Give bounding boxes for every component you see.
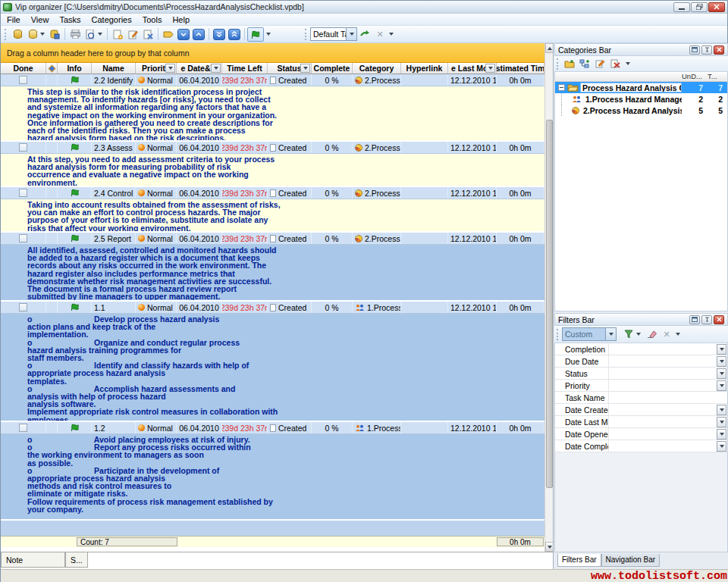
filter-row-status[interactable]: Status xyxy=(555,368,727,380)
header-flag[interactable] xyxy=(46,63,58,74)
priority-cell[interactable]: Normal xyxy=(136,302,177,313)
category-tree-root[interactable]: Process Hazard Analysis Chec 7 7 xyxy=(555,82,727,93)
scroll-thumb[interactable] xyxy=(546,120,553,488)
status-cell[interactable]: Created xyxy=(268,233,312,244)
category-cell[interactable]: 2.Process H xyxy=(353,187,401,199)
filter-row-date-last-modified[interactable]: Date Last Modifie xyxy=(555,416,727,428)
priority-filter-button[interactable] xyxy=(165,64,175,73)
close-button[interactable] xyxy=(708,2,725,12)
filter-dropdown-button[interactable] xyxy=(717,441,726,452)
delete-task-button[interactable] xyxy=(140,27,155,42)
filter-dropdown-button[interactable] xyxy=(717,380,726,391)
done-checkbox[interactable] xyxy=(19,303,27,311)
done-checkbox[interactable] xyxy=(19,234,27,242)
close-panel-button[interactable] xyxy=(714,315,724,324)
task-view-combo[interactable]: Default Task V xyxy=(310,27,357,41)
priority-cell[interactable]: Normal xyxy=(136,233,177,244)
grid-scrollbar[interactable] xyxy=(544,43,553,552)
name-cell[interactable]: 2.4 Control xyxy=(92,187,136,199)
filter-value[interactable] xyxy=(608,416,717,427)
task-note[interactable]: At this step, you need to add assessment… xyxy=(1,154,544,186)
filter-preset-combo[interactable]: Custom xyxy=(562,327,617,341)
estimated-cell[interactable]: 0h 0m xyxy=(497,422,544,433)
header-status[interactable]: Status xyxy=(268,63,312,74)
complete-cell[interactable]: 0 % xyxy=(312,74,353,86)
task-note[interactable]: o Develop process hazard analysis action… xyxy=(1,314,544,421)
estimated-cell[interactable]: 0h 0m xyxy=(497,187,544,199)
filter-dropdown-button[interactable] xyxy=(717,429,726,440)
apply-filter-button[interactable] xyxy=(621,327,636,342)
header-category[interactable]: Category xyxy=(353,63,401,74)
status-filter-button[interactable] xyxy=(300,64,310,73)
save-database-button[interactable] xyxy=(47,27,62,42)
estimated-cell[interactable]: 0h 0m xyxy=(497,74,544,86)
filter-value[interactable] xyxy=(608,428,717,440)
task-row[interactable]: 2.4 Control Normal 06.04.2010 -239d 23h … xyxy=(1,187,544,199)
header-due-date[interactable]: e Date&Ti xyxy=(177,63,222,74)
edit-category-button[interactable] xyxy=(592,57,607,71)
name-cell[interactable]: 2.3 Assess xyxy=(92,142,136,153)
category-label[interactable]: 1.Process Hazard Managemen xyxy=(584,95,682,104)
delete-category-button[interactable] xyxy=(607,57,623,71)
filter-value[interactable] xyxy=(608,404,717,415)
minimize-button[interactable] xyxy=(673,2,690,12)
pin-panel-button[interactable] xyxy=(701,45,712,55)
header-done[interactable]: Done xyxy=(1,63,46,74)
status-cell[interactable]: Created xyxy=(268,187,312,199)
filter-row-date-opened[interactable]: Date Opened xyxy=(555,428,727,440)
complete-cell[interactable]: 0 % xyxy=(312,187,353,199)
apply-view-button[interactable] xyxy=(357,27,372,42)
due-date-cell[interactable]: 06.04.2010 xyxy=(177,142,222,153)
category-cell[interactable]: 2.Process H xyxy=(353,74,401,86)
category-tree-item[interactable]: 1.Process Hazard Managemen 2 2 xyxy=(555,93,727,105)
complete-cell[interactable]: 0 % xyxy=(312,302,353,313)
header-priority[interactable]: Priority xyxy=(136,63,177,74)
due-date-cell[interactable]: 06.04.2010 xyxy=(177,74,222,86)
filter-dropdown-button[interactable] xyxy=(717,344,726,355)
last-modified-cell[interactable]: 12.12.2010 17:1 xyxy=(448,233,497,244)
done-checkbox[interactable] xyxy=(19,143,27,152)
category-label[interactable]: 2.Process Hazard Analysis Ste xyxy=(582,106,682,115)
category-cell[interactable]: 2.Process H xyxy=(353,233,401,244)
status-cell[interactable]: Created xyxy=(268,142,312,153)
filter-row-due-date[interactable]: Due Date xyxy=(555,355,727,368)
preset-dropdown-button[interactable] xyxy=(605,328,616,340)
done-checkbox[interactable] xyxy=(19,189,27,197)
time-left-cell[interactable]: -239d 23h 37m xyxy=(222,422,268,433)
move-top-button[interactable] xyxy=(227,27,242,42)
estimated-cell[interactable]: 0h 0m xyxy=(497,302,544,313)
filters-toolbar-overflow-icon[interactable] xyxy=(676,333,680,336)
category-cell[interactable]: 1.Process H xyxy=(353,302,401,313)
filter-dropdown-button[interactable] xyxy=(717,368,726,379)
priority-cell[interactable]: Normal xyxy=(136,142,177,153)
done-checkbox[interactable] xyxy=(19,424,27,432)
menu-tasks[interactable]: Tasks xyxy=(59,15,80,24)
filter-dropdown-button[interactable] xyxy=(717,356,726,367)
header-time-left[interactable]: Time Left xyxy=(222,63,268,74)
new-subcategory-button[interactable] xyxy=(577,57,592,71)
last-modified-cell[interactable]: 12.12.2010 17:1 xyxy=(448,302,497,313)
tab-navigation-bar[interactable]: Navigation Bar xyxy=(601,554,661,567)
header-complete[interactable]: Complete xyxy=(312,63,353,74)
restore-button[interactable] xyxy=(691,2,708,12)
name-cell[interactable]: 1.1 xyxy=(92,302,136,313)
hyperlink-cell[interactable] xyxy=(401,233,448,244)
filter-row-completion[interactable]: Completion xyxy=(555,343,727,355)
complete-cell[interactable]: 0 % xyxy=(312,422,353,433)
time-left-cell[interactable]: -239d 23h 37m xyxy=(222,233,268,244)
filter-value[interactable] xyxy=(608,380,717,391)
time-left-cell[interactable]: -239d 23h 37m xyxy=(222,74,268,86)
pin-panel-button[interactable] xyxy=(701,315,712,324)
print-button[interactable] xyxy=(67,27,83,42)
done-checkbox[interactable] xyxy=(19,76,27,84)
task-row[interactable]: 2.2 Identify Normal 06.04.2010 -239d 23h… xyxy=(1,74,544,86)
last-modified-cell[interactable]: 12.12.2010 17:0 xyxy=(448,142,497,153)
tab-note[interactable]: Note xyxy=(1,552,65,568)
priority-cell[interactable]: Normal xyxy=(136,422,177,433)
name-cell[interactable]: 2.2 Identify xyxy=(92,74,136,86)
filter-dropdown-button[interactable] xyxy=(717,417,726,427)
filter-value[interactable] xyxy=(608,440,717,452)
task-row[interactable]: 2.5 Report Normal 06.04.2010 -239d 23h 3… xyxy=(1,233,544,245)
task-row[interactable]: 1.2 Normal 06.04.2010 -239d 23h 37m Crea… xyxy=(1,422,544,434)
filter-row-date-created[interactable]: Date Created xyxy=(555,404,727,416)
